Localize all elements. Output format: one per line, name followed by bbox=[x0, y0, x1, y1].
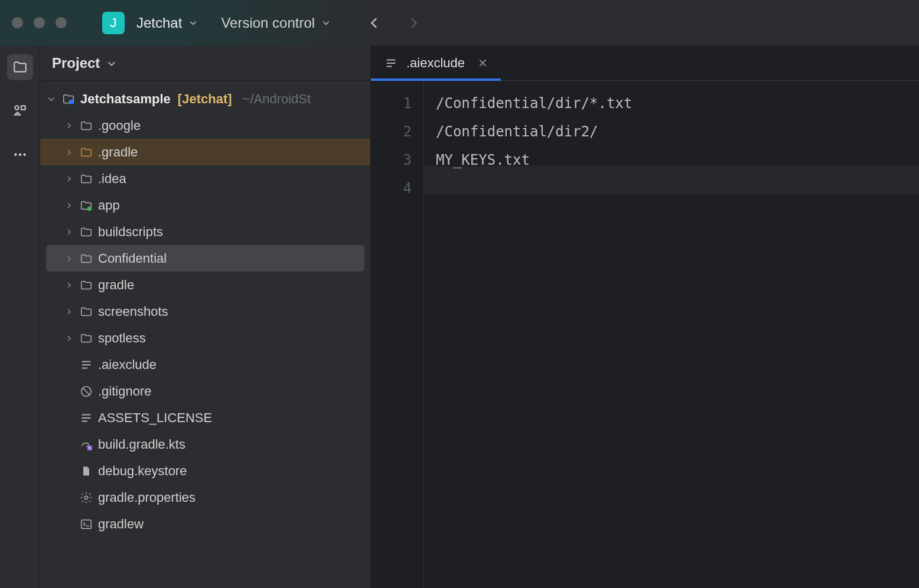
structure-tool-button[interactable] bbox=[7, 98, 33, 124]
app-badge: J bbox=[102, 12, 125, 34]
folder-icon bbox=[79, 172, 93, 186]
close-window-button[interactable] bbox=[12, 17, 23, 28]
line-gutter: 1234 bbox=[371, 81, 424, 588]
module-icon bbox=[79, 198, 93, 213]
line-number: 1 bbox=[371, 89, 412, 117]
tree-item-build-gradle-kts[interactable]: Kbuild.gradle.kts bbox=[40, 431, 370, 458]
code-line: MY_KEYS.txt bbox=[436, 146, 919, 174]
chevron-down-icon bbox=[107, 59, 115, 67]
tree-item-gradlew[interactable]: gradlew bbox=[40, 511, 370, 537]
project-panel-header[interactable]: Project bbox=[40, 45, 370, 81]
tree-item-confidential[interactable]: Confidential bbox=[46, 245, 364, 272]
chevron-right-icon[interactable] bbox=[64, 308, 74, 315]
tree-item-app[interactable]: app bbox=[40, 192, 370, 218]
tree-item-label: build.gradle.kts bbox=[98, 437, 185, 452]
tree-item--gradle[interactable]: .gradle bbox=[40, 139, 370, 165]
window-controls bbox=[12, 17, 67, 28]
tree-item-label: gradle bbox=[98, 277, 134, 293]
folder-icon bbox=[79, 331, 93, 345]
nav-back-button[interactable] bbox=[366, 15, 382, 31]
svg-point-0 bbox=[15, 106, 18, 110]
svg-rect-1 bbox=[21, 106, 25, 110]
tree-item-label: gradle.properties bbox=[98, 490, 195, 505]
more-tool-button[interactable] bbox=[7, 142, 33, 168]
svg-point-10 bbox=[84, 496, 88, 499]
chevron-right-icon[interactable] bbox=[64, 149, 74, 156]
main-area: Project Jetchatsample [Jetchat] ~/Androi… bbox=[0, 45, 919, 588]
tree-item-gradle[interactable]: gradle bbox=[40, 272, 370, 298]
tree-item-label: buildscripts bbox=[98, 224, 163, 240]
vcs-label: Version control bbox=[221, 15, 315, 31]
tool-rail bbox=[0, 45, 40, 588]
tab-name: .aiexclude bbox=[406, 55, 465, 71]
svg-rect-11 bbox=[82, 520, 92, 528]
chevron-right-icon[interactable] bbox=[64, 202, 74, 209]
code-line: /Confidential/dir/*.txt bbox=[436, 89, 919, 117]
code-line: /Confidential/dir2/ bbox=[436, 117, 919, 146]
chevron-down-icon bbox=[322, 19, 330, 27]
tree-item--aiexclude[interactable]: .aiexclude bbox=[40, 351, 370, 378]
tree-item-label: screenshots bbox=[98, 304, 168, 319]
tree-item--idea[interactable]: .idea bbox=[40, 165, 370, 192]
tree-root[interactable]: Jetchatsample [Jetchat] ~/AndroidSt bbox=[40, 86, 370, 112]
tree-item-label: .idea bbox=[98, 171, 126, 187]
project-dropdown[interactable]: Jetchat bbox=[136, 15, 197, 31]
chevron-down-icon[interactable] bbox=[46, 95, 57, 103]
code-body: 1234 /Confidential/dir/*.txt/Confidentia… bbox=[371, 81, 919, 588]
project-tool-button[interactable] bbox=[7, 54, 33, 80]
chevron-right-icon[interactable] bbox=[64, 255, 74, 262]
tree-item--google[interactable]: .google bbox=[40, 112, 370, 139]
line-number: 3 bbox=[371, 146, 412, 174]
gear-icon bbox=[79, 491, 93, 505]
folder-icon bbox=[79, 145, 93, 159]
folder-icon bbox=[79, 251, 93, 266]
maximize-window-button[interactable] bbox=[56, 17, 67, 28]
tree-item-label: gradlew bbox=[98, 517, 144, 532]
editor-tab-bar: .aiexclude ✕ bbox=[371, 45, 919, 81]
folder-icon bbox=[79, 305, 93, 319]
editor-tab[interactable]: .aiexclude ✕ bbox=[371, 46, 501, 80]
chevron-right-icon[interactable] bbox=[64, 122, 74, 129]
tree-item-label: Confidential bbox=[98, 251, 167, 266]
chevron-right-icon[interactable] bbox=[64, 282, 74, 289]
vcs-dropdown[interactable]: Version control bbox=[221, 15, 330, 31]
minimize-window-button[interactable] bbox=[34, 17, 45, 28]
svg-point-4 bbox=[23, 153, 25, 156]
tree-item-label: app bbox=[98, 198, 120, 213]
tree-item-screenshots[interactable]: screenshots bbox=[40, 298, 370, 325]
code-content[interactable]: /Confidential/dir/*.txt/Confidential/dir… bbox=[424, 81, 919, 588]
chevron-down-icon bbox=[189, 19, 197, 27]
nav-arrows bbox=[366, 15, 422, 31]
app-badge-letter: J bbox=[110, 15, 117, 31]
project-tree[interactable]: Jetchatsample [Jetchat] ~/AndroidSt .goo… bbox=[40, 81, 370, 588]
tree-item-label: .gitignore bbox=[98, 384, 152, 399]
tree-item-label: ASSETS_LICENSE bbox=[98, 410, 212, 426]
folder-icon bbox=[79, 278, 93, 292]
tree-item-gradle-properties[interactable]: gradle.properties bbox=[40, 484, 370, 511]
root-path: ~/AndroidSt bbox=[243, 92, 311, 107]
chevron-right-icon[interactable] bbox=[64, 228, 74, 236]
close-tab-button[interactable]: ✕ bbox=[478, 56, 488, 70]
tree-item--gitignore[interactable]: .gitignore bbox=[40, 378, 370, 404]
nav-forward-button[interactable] bbox=[406, 15, 422, 31]
chevron-right-icon[interactable] bbox=[64, 175, 74, 182]
tree-item-spotless[interactable]: spotless bbox=[40, 325, 370, 351]
tree-item-assets-license[interactable]: ASSETS_LICENSE bbox=[40, 404, 370, 431]
chevron-right-icon[interactable] bbox=[64, 335, 74, 342]
tree-item-debug-keystore[interactable]: debug.keystore bbox=[40, 458, 370, 484]
module-folder-icon bbox=[61, 92, 76, 106]
tree-item-label: debug.keystore bbox=[98, 463, 187, 479]
panel-title: Project bbox=[52, 55, 100, 71]
textfile-icon bbox=[79, 358, 93, 372]
folder-icon bbox=[79, 225, 93, 239]
tree-item-buildscripts[interactable]: buildscripts bbox=[40, 218, 370, 245]
root-bracket: [Jetchat] bbox=[178, 92, 232, 107]
textfile-icon bbox=[384, 56, 398, 70]
svg-text:K: K bbox=[89, 446, 92, 450]
svg-point-2 bbox=[14, 153, 17, 156]
line-number: 4 bbox=[371, 174, 412, 202]
project-name: Jetchat bbox=[136, 15, 182, 31]
terminal-icon bbox=[79, 517, 93, 531]
tree-item-label: .google bbox=[98, 118, 141, 133]
file-icon bbox=[79, 464, 93, 478]
